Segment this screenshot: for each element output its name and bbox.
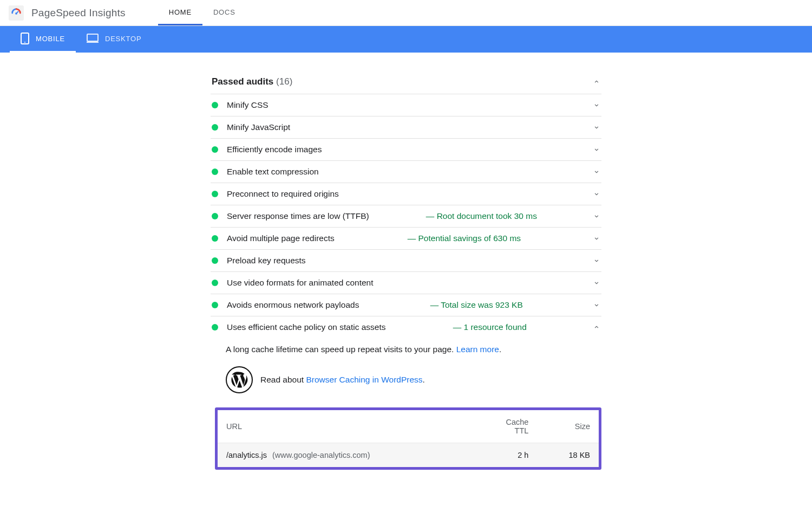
wordpress-tip: Read about Browser Caching in WordPress.	[211, 357, 601, 403]
section-title-text: Passed audits	[212, 76, 273, 87]
audit-detail: Total size was 923 KB	[430, 300, 523, 310]
svg-rect-4	[87, 34, 98, 41]
chevron-down-icon	[593, 190, 600, 198]
audit-row[interactable]: Minify JavaScript	[211, 116, 601, 139]
device-tab-desktop[interactable]: DESKTOP	[76, 26, 153, 53]
svg-rect-5	[87, 42, 99, 43]
col-url: URL	[218, 410, 474, 443]
svg-point-3	[24, 42, 25, 43]
desktop-icon	[87, 34, 99, 43]
audit-label: Preload key requests	[227, 256, 588, 265]
pass-bullet-icon	[212, 280, 218, 286]
wp-post: .	[423, 375, 425, 384]
pass-bullet-icon	[212, 168, 218, 175]
col-ttl: CacheTTL	[474, 410, 537, 443]
chevron-up-icon	[593, 78, 600, 86]
wordpress-cache-link[interactable]: Browser Caching in WordPress	[306, 375, 422, 384]
wordpress-logo	[226, 366, 253, 393]
audit-row[interactable]: Uses efficient cache policy on static as…	[211, 316, 601, 338]
col-size: Size	[537, 410, 599, 443]
pass-bullet-icon	[212, 146, 218, 153]
audit-list: Minify CSSMinify JavaScriptEfficiently e…	[211, 94, 601, 338]
chevron-down-icon	[593, 168, 600, 176]
pass-bullet-icon	[212, 235, 218, 242]
cell-url: /analytics.js (www.google-analytics.com)	[218, 443, 474, 468]
audit-detail: Root document took 30 ms	[426, 211, 537, 221]
chevron-down-icon	[593, 212, 600, 220]
audit-label: Server response times are low (TTFB)	[227, 211, 421, 221]
mobile-icon	[21, 33, 29, 44]
wp-pre: Read about	[260, 375, 306, 384]
cell-size: 18 KB	[537, 443, 599, 468]
device-tab-label: MOBILE	[36, 35, 65, 43]
audit-row[interactable]: Avoids enormous network payloadsTotal si…	[211, 294, 601, 316]
chevron-up-icon	[593, 323, 600, 331]
resource-host: (www.google-analytics.com)	[272, 451, 370, 459]
resource-path: /analytics.js	[226, 451, 267, 459]
app-title: PageSpeed Insights	[31, 7, 126, 19]
audit-label: Use video formats for animated content	[227, 278, 588, 288]
pass-bullet-icon	[212, 302, 218, 308]
pagespeed-logo	[9, 5, 24, 21]
pass-bullet-icon	[212, 213, 218, 219]
pass-bullet-icon	[212, 124, 218, 131]
audit-label: Uses efficient cache policy on static as…	[227, 322, 448, 332]
cell-ttl: 2 h	[474, 443, 537, 468]
device-tab-bar: MOBILE DESKTOP	[0, 26, 812, 53]
wordpress-icon	[230, 370, 249, 390]
audit-detail: Potential savings of 630 ms	[408, 234, 521, 243]
table-row: /analytics.js (www.google-analytics.com)…	[218, 443, 599, 468]
svg-line-1	[16, 11, 18, 14]
wordpress-tip-text: Read about Browser Caching in WordPress.	[260, 375, 425, 385]
pass-bullet-icon	[212, 324, 218, 330]
section-title: Passed audits (16)	[212, 76, 292, 87]
cache-resources-table: URL CacheTTL Size /analytics.js (www.goo…	[215, 407, 601, 470]
tab-docs[interactable]: DOCS	[202, 0, 246, 25]
table-header-row: URL CacheTTL Size	[218, 410, 599, 443]
device-tab-mobile[interactable]: MOBILE	[10, 26, 76, 53]
chevron-down-icon	[593, 235, 600, 242]
gauge-icon	[10, 7, 22, 19]
audit-detail: 1 resource found	[453, 322, 527, 332]
audit-row[interactable]: Server response times are low (TTFB)Root…	[211, 205, 601, 228]
audit-label: Preconnect to required origins	[227, 189, 588, 199]
audit-label: Minify JavaScript	[227, 122, 588, 132]
passed-audits-header[interactable]: Passed audits (16)	[211, 74, 601, 94]
audit-row[interactable]: Minify CSS	[211, 94, 601, 116]
device-tab-label: DESKTOP	[105, 35, 142, 43]
chevron-down-icon	[593, 279, 600, 287]
audit-label: Avoids enormous network payloads	[227, 300, 425, 310]
tab-home[interactable]: HOME	[158, 0, 202, 25]
audit-row[interactable]: Efficiently encode images	[211, 139, 601, 161]
pass-bullet-icon	[212, 191, 218, 197]
learn-more-link[interactable]: Learn more	[456, 345, 499, 354]
chevron-down-icon	[593, 101, 600, 109]
audit-label: Avoid multiple page redirects	[227, 234, 402, 243]
desc-text: A long cache lifetime can speed up repea…	[226, 345, 456, 354]
audit-label: Efficiently encode images	[227, 145, 588, 154]
pass-bullet-icon	[212, 102, 218, 108]
audit-label: Enable text compression	[227, 167, 588, 177]
audit-row[interactable]: Preconnect to required origins	[211, 183, 601, 205]
app-header: PageSpeed Insights HOME DOCS	[0, 0, 812, 26]
audit-row[interactable]: Enable text compression	[211, 161, 601, 183]
desc-post: .	[499, 345, 501, 354]
chevron-down-icon	[593, 146, 600, 153]
section-count: (16)	[276, 76, 292, 87]
pass-bullet-icon	[212, 257, 218, 264]
chevron-down-icon	[593, 257, 600, 264]
audit-description: A long cache lifetime can speed up repea…	[211, 338, 601, 357]
audit-row[interactable]: Avoid multiple page redirectsPotential s…	[211, 228, 601, 250]
audit-container: Passed audits (16) Minify CSSMinify Java…	[211, 74, 601, 470]
audit-row[interactable]: Preload key requests	[211, 250, 601, 272]
chevron-down-icon	[593, 124, 600, 131]
audit-label: Minify CSS	[227, 100, 588, 110]
chevron-down-icon	[593, 301, 600, 309]
header-tabs: HOME DOCS	[158, 0, 246, 25]
audit-row[interactable]: Use video formats for animated content	[211, 272, 601, 294]
